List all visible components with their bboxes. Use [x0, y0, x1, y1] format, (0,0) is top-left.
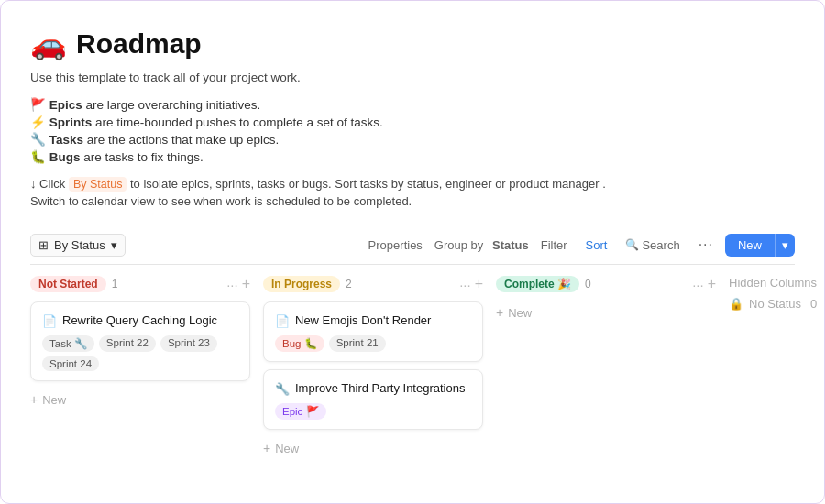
card-tool-icon: 🔧: [275, 382, 290, 396]
page-container: 🚗 Roadmap Use this template to track all…: [1, 1, 824, 481]
add-icon: +: [263, 441, 270, 455]
tag-task: Task 🔧: [42, 335, 94, 352]
card-doc-icon-emojis: 📄: [275, 314, 290, 328]
column-in-progress: In Progress 2 ··· + 📄 New Emojis Don't R…: [263, 276, 483, 459]
col-actions-in-progress[interactable]: ··· +: [459, 276, 483, 292]
view-toggle-label: By Status: [54, 238, 105, 252]
add-new-label: New: [508, 306, 532, 320]
add-new-label: New: [275, 442, 299, 455]
col-count-complete: 0: [585, 278, 591, 290]
legend: 🚩 Epics are large overarching initiative…: [30, 97, 795, 164]
status-badge-not-started: Not Started: [30, 276, 106, 292]
card-tags-rewrite: Task 🔧 Sprint 22 Sprint 23 Sprint 24: [42, 335, 238, 371]
hint-row-1: ↓ Click By Status to isolate epics, spri…: [30, 177, 795, 191]
card-tags-third: Epic 🚩: [275, 403, 471, 420]
title-emoji: 🚗: [30, 27, 67, 61]
lock-icon: 🔒: [729, 297, 743, 311]
tag-sprint-24: Sprint 24: [42, 356, 99, 371]
new-button-label: New: [725, 234, 775, 257]
filter-button[interactable]: Filter: [534, 235, 574, 256]
add-icon: +: [30, 392, 38, 407]
add-new-in-progress[interactable]: + New: [263, 437, 483, 459]
search-label: Search: [642, 238, 679, 252]
column-header-complete: Complete 🎉 0 ··· +: [496, 276, 716, 292]
legend-item-epics: 🚩 Epics are large overarching initiative…: [30, 97, 795, 112]
tag-sprint-23: Sprint 23: [160, 335, 217, 352]
hint-suffix: to isolate epics, sprints, tasks or bugs…: [126, 177, 605, 191]
more-options-button[interactable]: ···: [692, 233, 720, 257]
no-status-count: 0: [810, 297, 817, 311]
col-more-icon: ···: [459, 277, 471, 292]
add-new-not-started[interactable]: + New: [30, 389, 250, 411]
col-add-icon[interactable]: +: [242, 276, 250, 292]
hidden-columns-section: Hidden Columns 🔒 No Status 0: [729, 276, 825, 311]
card-third-party[interactable]: 🔧 Improve Third Party Integrations Epic …: [263, 369, 483, 430]
columns-area: Not Started 1 ··· + 📄 Rewrite Query Cach…: [30, 265, 795, 459]
status-badge-in-progress: In Progress: [263, 276, 340, 292]
hint-highlight: By Status: [69, 177, 127, 192]
tag-bug-emojis: Bug 🐛: [275, 335, 324, 352]
grid-icon: ⊞: [38, 238, 49, 252]
search-icon: 🔍: [625, 238, 639, 251]
col-count-in-progress: 2: [346, 278, 352, 290]
page-title: Roadmap: [76, 28, 202, 60]
add-icon: +: [496, 305, 503, 320]
col-add-icon[interactable]: +: [475, 276, 483, 292]
card-tags-emojis: Bug 🐛 Sprint 21: [275, 335, 471, 352]
col-add-icon[interactable]: +: [708, 276, 716, 292]
search-button[interactable]: 🔍 Search: [619, 235, 686, 256]
col-more-icon: ···: [692, 277, 704, 292]
view-toggle-chevron: ▾: [111, 238, 117, 252]
card-title-row: 📄 Rewrite Query Caching Logic: [42, 313, 238, 328]
title-row: 🚗 Roadmap: [30, 27, 795, 61]
card-rewrite-query[interactable]: 📄 Rewrite Query Caching Logic Task 🔧 Spr…: [30, 301, 250, 381]
group-by-label: Group by: [434, 238, 483, 252]
toolbar-left: ⊞ By Status ▾: [30, 234, 126, 257]
hidden-columns-label: Hidden Columns: [729, 276, 825, 290]
card-title-emojis: New Emojis Don't Render: [295, 313, 431, 327]
tag-epic-third: Epic 🚩: [275, 403, 326, 420]
tag-sprint-22: Sprint 22: [99, 335, 156, 352]
status-badge-complete: Complete 🎉: [496, 276, 579, 292]
no-status-label: No Status: [749, 297, 801, 311]
toolbar: ⊞ By Status ▾ Properties Group by Status…: [30, 225, 795, 265]
card-new-emojis[interactable]: 📄 New Emojis Don't Render Bug 🐛 Sprint 2…: [263, 301, 483, 362]
card-title-row-third: 🔧 Improve Third Party Integrations: [275, 381, 471, 396]
toolbar-right: Properties Group by Status Filter Sort 🔍…: [362, 233, 795, 257]
column-header-not-started: Not Started 1 ··· +: [30, 276, 250, 292]
col-actions-complete[interactable]: ··· +: [692, 276, 716, 292]
card-title-rewrite: Rewrite Query Caching Logic: [62, 313, 217, 327]
column-not-started: Not Started 1 ··· + 📄 Rewrite Query Cach…: [30, 276, 250, 411]
new-button-chevron: ▾: [775, 234, 795, 257]
add-new-label: New: [42, 393, 66, 407]
card-title-row-emojis: 📄 New Emojis Don't Render: [275, 313, 471, 328]
legend-item-bugs: 🐛 Bugs are tasks to fix things.: [30, 149, 795, 164]
col-more-icon: ···: [226, 277, 238, 292]
legend-item-sprints: ⚡ Sprints are time-bounded pushes to com…: [30, 115, 795, 129]
col-count-not-started: 1: [112, 278, 118, 290]
subtitle: Use this template to track all of your p…: [30, 71, 795, 84]
legend-item-tasks: 🔧 Tasks are the actions that make up epi…: [30, 132, 795, 147]
card-doc-icon: 📄: [42, 314, 57, 328]
hidden-col-no-status: 🔒 No Status 0: [729, 297, 825, 311]
hint-prefix: ↓ Click: [30, 177, 69, 191]
hint-row-2: Switch to calendar view to see when work…: [30, 194, 795, 208]
view-toggle-button[interactable]: ⊞ By Status ▾: [30, 234, 126, 257]
sort-button[interactable]: Sort: [579, 235, 614, 256]
new-button[interactable]: New ▾: [725, 234, 795, 257]
card-title-third: Improve Third Party Integrations: [295, 381, 465, 395]
tag-sprint-21: Sprint 21: [329, 335, 386, 352]
properties-button[interactable]: Properties: [362, 235, 429, 256]
column-complete: Complete 🎉 0 ··· + + New: [496, 276, 716, 323]
group-by-control[interactable]: Group by Status: [434, 238, 529, 252]
col-actions-not-started[interactable]: ··· +: [226, 276, 250, 292]
add-new-complete[interactable]: + New: [496, 301, 716, 323]
column-header-in-progress: In Progress 2 ··· +: [263, 276, 483, 292]
group-by-value: Status: [492, 238, 529, 252]
